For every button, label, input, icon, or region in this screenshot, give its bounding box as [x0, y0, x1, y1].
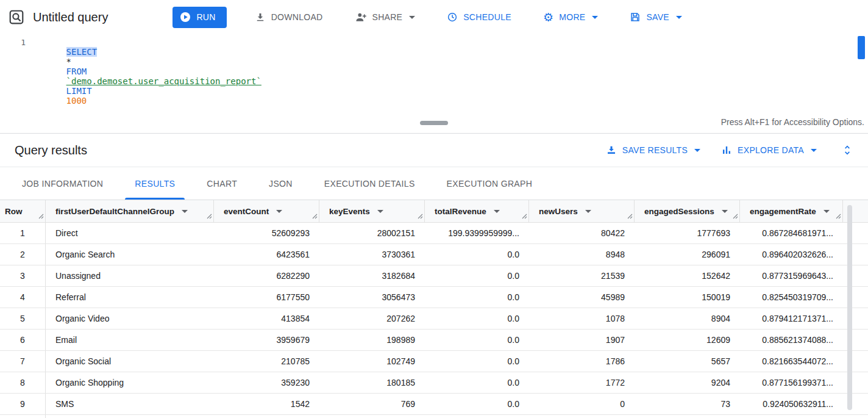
sql-table-reference[interactable]: `demo.demoset.user_acquisition_report` [66, 76, 261, 86]
cell-keyEvents: 102749 [319, 356, 425, 366]
more-button[interactable]: ⚙ MORE [535, 6, 607, 28]
pane-resize-handle[interactable] [420, 121, 448, 125]
column-resize-handle-icon[interactable] [627, 214, 633, 219]
table-row: 2Organic Search642356137303610.089482960… [0, 244, 868, 265]
column-label: firstUserDefaultChannelGroup [55, 207, 174, 216]
cell-engagedSessions: 5657 [635, 356, 740, 366]
cell-newUsers: 0 [529, 399, 635, 409]
cell-eventCount: 52609293 [214, 228, 319, 238]
cell-newUsers: 45989 [529, 292, 635, 302]
column-sort-menu-icon[interactable] [377, 210, 383, 213]
column-sort-menu-icon[interactable] [824, 210, 830, 213]
cell-firstUserDefaultChannelGroup: Organic Shopping [46, 378, 214, 387]
column-sort-menu-icon[interactable] [182, 210, 188, 213]
table-row: 5Organic Video4138542072620.0107889040.8… [0, 308, 868, 330]
table-scrollbar-thumb[interactable] [847, 205, 852, 410]
cell-keyEvents: 198989 [319, 335, 425, 345]
cell-engagementRate: 0.877315969643... [740, 271, 843, 281]
column-header-newUsers: newUsers [529, 200, 635, 222]
column-sort-menu-icon[interactable] [494, 210, 500, 213]
schedule-label: SCHEDULE [463, 12, 511, 22]
column-label: newUsers [539, 207, 578, 216]
download-button[interactable]: DOWNLOAD [246, 6, 332, 28]
results-actions: SAVE RESULTS EXPLORE DATA [606, 144, 853, 156]
sql-editor[interactable]: 1 SELECT * FROM `demo.demoset.user_acqui… [0, 34, 868, 115]
cell-engagementRate: 0.924050632911... [740, 399, 843, 409]
cell-eventCount: 3959679 [214, 335, 319, 345]
table-body: 1Direct5260929328002151199.9399959999...… [0, 223, 868, 418]
column-resize-handle-icon[interactable] [312, 214, 318, 219]
cell-totalRevenue: 199.9399959999... [425, 228, 529, 238]
row-number: 8 [0, 372, 46, 393]
results-tabs: JOB INFORMATIONRESULTSCHARTJSONEXECUTION… [0, 167, 868, 200]
column-label: engagedSessions [644, 207, 714, 216]
save-caret-icon [676, 16, 682, 19]
column-sort-menu-icon[interactable] [585, 210, 591, 213]
results-table: RowfirstUserDefaultChannelGroupeventCoun… [0, 200, 868, 418]
cell-engagedSessions: 152642 [635, 271, 740, 281]
schedule-button[interactable]: SCHEDULE [438, 6, 520, 28]
column-resize-handle-icon[interactable] [522, 214, 527, 219]
run-label: RUN [196, 12, 215, 22]
table-row: 7Organic Social2107851027490.0178656570.… [0, 351, 868, 372]
tab-chart[interactable]: CHART [191, 167, 253, 200]
sql-keyword-from: FROM [66, 67, 87, 76]
editor-scrollbar-thumb[interactable] [858, 36, 865, 59]
cell-newUsers: 21539 [529, 271, 635, 281]
cell-newUsers: 1907 [529, 335, 635, 345]
column-header-keyEvents: keyEvents [319, 200, 425, 222]
share-caret-icon [409, 16, 415, 19]
cell-firstUserDefaultChannelGroup: Organic Social [46, 356, 214, 366]
explore-data-button[interactable]: EXPLORE DATA [721, 145, 817, 156]
play-circle-icon [180, 12, 191, 23]
tab-results[interactable]: RESULTS [119, 167, 191, 200]
save-button[interactable]: SAVE [621, 6, 691, 28]
download-icon [255, 12, 266, 23]
sql-keyword-limit: LIMIT [66, 86, 92, 96]
table-row: 4Referral617755030564730.0459891500190.8… [0, 287, 868, 308]
column-resize-handle-icon[interactable] [38, 214, 44, 219]
more-label: MORE [559, 12, 585, 22]
cell-engagedSessions: 9204 [635, 378, 740, 387]
table-row: 6Email39596791989890.01907126090.8856213… [0, 330, 868, 351]
column-resize-handle-icon[interactable] [207, 214, 212, 219]
pane-divider: Press Alt+F1 for Accessibility Options. [0, 115, 868, 134]
chart-icon [721, 145, 732, 156]
expand-results-icon[interactable] [841, 144, 853, 156]
cell-keyEvents: 207262 [319, 314, 425, 323]
column-sort-menu-icon[interactable] [276, 210, 282, 213]
explore-data-caret-icon [811, 149, 817, 152]
column-header-totalRevenue: totalRevenue [425, 200, 529, 222]
column-header-eventCount: eventCount [214, 200, 319, 222]
tab-job-information[interactable]: JOB INFORMATION [6, 167, 119, 200]
cell-engagedSessions: 1777693 [635, 228, 740, 238]
row-number: 3 [0, 265, 46, 286]
tab-execution-graph[interactable]: EXECUTION GRAPH [431, 167, 549, 200]
more-caret-icon [592, 16, 598, 19]
download-label: DOWNLOAD [271, 12, 323, 22]
sql-keyword-select: SELECT [66, 47, 98, 57]
cell-eventCount: 359230 [214, 378, 319, 387]
column-label: totalRevenue [435, 207, 486, 216]
column-resize-handle-icon[interactable] [733, 214, 738, 219]
column-sort-menu-icon[interactable] [722, 210, 728, 213]
run-button[interactable]: RUN [173, 7, 226, 28]
cell-newUsers: 1786 [529, 356, 635, 366]
column-resize-handle-icon[interactable] [418, 214, 423, 219]
tab-json[interactable]: JSON [253, 167, 308, 200]
cell-firstUserDefaultChannelGroup: Organic Search [46, 250, 214, 259]
cell-engagementRate: 0.885621374088... [740, 335, 843, 345]
tab-execution-details[interactable]: EXECUTION DETAILS [308, 167, 431, 200]
row-number: 7 [0, 351, 46, 372]
column-label: eventCount [224, 207, 269, 216]
cell-engagementRate: 0.825450319709... [740, 292, 843, 302]
column-label: engagementRate [750, 207, 816, 216]
query-toolbar: Untitled query RUN DOWNLOAD SHARE SCHE [0, 0, 868, 34]
column-label: keyEvents [329, 207, 370, 216]
column-resize-handle-icon[interactable] [836, 214, 841, 219]
table-header: RowfirstUserDefaultChannelGroupeventCoun… [0, 200, 868, 223]
row-number: 10 [0, 415, 46, 418]
share-button[interactable]: SHARE [346, 6, 424, 28]
cell-newUsers: 1078 [529, 314, 635, 323]
save-results-button[interactable]: SAVE RESULTS [606, 145, 700, 156]
